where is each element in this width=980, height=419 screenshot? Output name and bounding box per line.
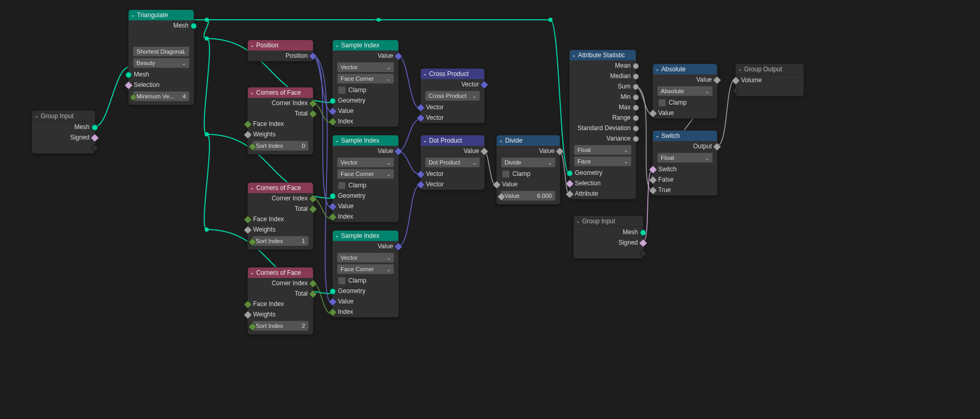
dropdown-ngon-method[interactable]: Beauty⌄: [133, 58, 190, 68]
socket-signed-out[interactable]: Signed: [32, 132, 95, 143]
dropdown-domain[interactable]: Face Corner⌄: [337, 73, 394, 84]
socket-geometry-in[interactable]: Geometry: [570, 168, 636, 178]
node-dot-product[interactable]: ⌄Dot Product Value Dot Product⌄ Vector V…: [420, 135, 485, 190]
socket-corner-index-out[interactable]: Corner Index: [248, 193, 313, 204]
node-corners-of-face-2[interactable]: ⌄Corners of Face Corner Index Total Face…: [247, 267, 313, 335]
node-corners-of-face-0[interactable]: ⌄Corners of Face Corner Index Total Face…: [247, 87, 313, 155]
socket-geometry-in[interactable]: Geometry: [333, 95, 398, 106]
socket-weights-in[interactable]: Weights: [248, 129, 313, 139]
dropdown-domain[interactable]: Face Corner⌄: [337, 264, 394, 274]
dropdown-data-type[interactable]: Vector⌄: [337, 252, 394, 263]
node-header[interactable]: ⌄Cross Product: [421, 69, 484, 79]
socket-mesh-out[interactable]: Mesh: [129, 20, 194, 31]
socket-vector-in-a[interactable]: Vector: [421, 169, 484, 179]
node-header[interactable]: ⌄Corners of Face: [248, 87, 313, 98]
node-header[interactable]: ⌄Triangulate: [129, 10, 194, 20]
socket-range-out[interactable]: Range: [570, 112, 636, 123]
socket-switch-in[interactable]: Switch: [653, 164, 717, 174]
field-sort-index[interactable]: Sort Index1: [252, 236, 309, 246]
socket-selection-in[interactable]: Selection: [570, 178, 636, 188]
socket-value-in[interactable]: Value: [333, 106, 398, 116]
socket-face-index-in[interactable]: Face Index: [248, 299, 313, 309]
socket-value-out[interactable]: Value: [333, 241, 398, 251]
node-group-input[interactable]: ⌄Group Input Mesh Signed: [32, 110, 95, 154]
socket-total-out[interactable]: Total: [248, 288, 313, 299]
node-header[interactable]: ⌄Group Input: [574, 216, 643, 227]
node-corners-of-face-1[interactable]: ⌄Corners of Face Corner Index Total Face…: [247, 182, 313, 250]
socket-vector-in-b[interactable]: Vector: [421, 179, 484, 189]
node-header[interactable]: ⌄Dot Product: [421, 135, 484, 146]
dropdown-data-type[interactable]: Float⌄: [574, 145, 632, 155]
node-divide[interactable]: ⌄Divide Value Divide⌄ Clamp Value Value6…: [496, 135, 560, 205]
node-cross-product[interactable]: ⌄Cross Product Vector Cross Product⌄ Vec…: [420, 68, 485, 123]
socket-position-out[interactable]: Position: [248, 50, 313, 61]
dropdown-data-type[interactable]: Vector⌄: [337, 62, 394, 72]
socket-false-in[interactable]: False: [653, 174, 717, 185]
socket-mesh-out[interactable]: Mesh: [574, 227, 643, 237]
socket-value-in[interactable]: Value: [333, 296, 398, 307]
dropdown-operation[interactable]: Cross Product⌄: [425, 91, 480, 101]
socket-total-out[interactable]: Total: [248, 108, 313, 119]
socket-corner-index-out[interactable]: Corner Index: [248, 278, 313, 288]
socket-vector-out[interactable]: Vector: [421, 79, 484, 90]
socket-total-out[interactable]: Total: [248, 204, 313, 214]
node-header[interactable]: ⌄Switch: [653, 131, 717, 141]
socket-value-out[interactable]: Value: [333, 146, 398, 156]
node-switch[interactable]: ⌄Switch Output Float⌄ Switch False True: [652, 130, 718, 196]
socket-value-out[interactable]: Value: [421, 146, 484, 156]
dropdown-type[interactable]: Float⌄: [657, 153, 713, 163]
socket-value-out[interactable]: Value: [497, 146, 560, 156]
node-header[interactable]: ⌄Divide: [497, 135, 560, 146]
socket-corner-index-out[interactable]: Corner Index: [248, 98, 313, 108]
socket-selection-in[interactable]: Selection: [129, 80, 194, 90]
socket-stddev-out[interactable]: Standard Deviation: [570, 123, 636, 133]
node-attribute-statistic[interactable]: ⌄Attribute Statistic Mean Median Sum Min…: [569, 49, 636, 199]
field-value-constant[interactable]: Value6.000: [501, 191, 556, 201]
checkbox-clamp[interactable]: Clamp: [333, 180, 398, 191]
socket-vector-in-a[interactable]: Vector: [421, 102, 484, 112]
dropdown-domain[interactable]: Face Corner⌄: [337, 169, 394, 179]
socket-index-in[interactable]: Index: [333, 116, 398, 126]
socket-value-in[interactable]: Value: [653, 108, 717, 118]
socket-geometry-in[interactable]: Geometry: [333, 191, 398, 201]
node-header[interactable]: ⌄Group Input: [32, 111, 95, 122]
node-header[interactable]: ⌄Sample Index: [333, 231, 398, 241]
socket-output-out[interactable]: Output: [653, 141, 717, 151]
checkbox-clamp[interactable]: Clamp: [333, 275, 398, 286]
checkbox-clamp[interactable]: Clamp: [653, 97, 717, 108]
socket-sum-out[interactable]: Sum: [570, 81, 636, 92]
node-position[interactable]: ⌄Position Position: [247, 40, 313, 61]
socket-face-index-in[interactable]: Face Index: [248, 214, 313, 224]
dropdown-domain[interactable]: Face⌄: [574, 156, 632, 167]
field-sort-index[interactable]: Sort Index0: [252, 141, 309, 151]
socket-mesh-out[interactable]: Mesh: [32, 122, 95, 132]
node-header[interactable]: ⌄Position: [248, 40, 313, 50]
node-triangulate[interactable]: ⌄Triangulate Mesh Shortest Diagonal⌄ Bea…: [128, 9, 194, 105]
socket-weights-in[interactable]: Weights: [248, 309, 313, 320]
node-absolute[interactable]: ⌄Absolute Value Absolute⌄ Clamp Value: [652, 64, 718, 119]
dropdown-quad-method[interactable]: Shortest Diagonal⌄: [133, 46, 190, 57]
dropdown-operation[interactable]: Absolute⌄: [657, 86, 713, 96]
socket-value-in[interactable]: Value: [497, 179, 560, 189]
socket-median-out[interactable]: Median: [570, 71, 636, 81]
socket-mean-out[interactable]: Mean: [570, 60, 636, 71]
socket-mesh-in[interactable]: Mesh: [129, 69, 194, 80]
socket-vector-in-b[interactable]: Vector: [421, 112, 484, 123]
node-header[interactable]: ⌄Corners of Face: [248, 183, 313, 193]
socket-value-out[interactable]: Value: [333, 50, 398, 61]
socket-variance-out[interactable]: Variance: [570, 133, 636, 144]
node-group-input-2[interactable]: ⌄Group Input Mesh Signed: [573, 215, 644, 259]
field-minimum-vertices[interactable]: Minimum Ve...4: [133, 91, 190, 101]
node-header[interactable]: ⌄Attribute Statistic: [570, 50, 636, 60]
socket-index-in[interactable]: Index: [333, 307, 398, 317]
dropdown-operation[interactable]: Divide⌄: [501, 157, 556, 168]
node-header[interactable]: ⌄Group Output: [736, 64, 803, 75]
checkbox-clamp[interactable]: Clamp: [497, 169, 560, 179]
field-sort-index[interactable]: Sort Index2: [252, 321, 309, 331]
socket-weights-in[interactable]: Weights: [248, 224, 313, 235]
socket-value-out[interactable]: Value: [653, 74, 717, 85]
checkbox-clamp[interactable]: Clamp: [333, 85, 398, 95]
socket-min-out[interactable]: Min: [570, 92, 636, 102]
socket-volume-in[interactable]: Volume: [736, 75, 803, 85]
node-group-output[interactable]: ⌄Group Output Volume: [735, 64, 804, 96]
